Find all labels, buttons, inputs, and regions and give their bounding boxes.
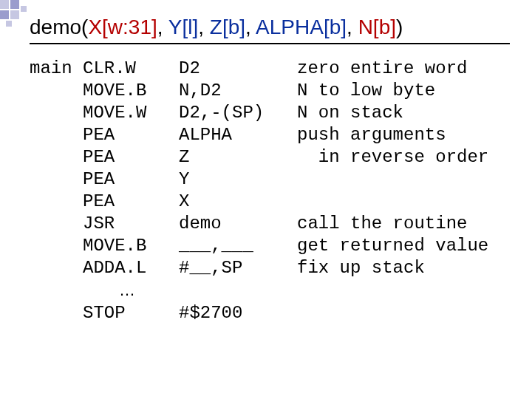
code-op: PEA [83,146,179,168]
code-arg: ALPHA [179,124,297,146]
title-param: Y[l] [168,16,198,38]
code-label: main [30,58,83,80]
code-line: MOVE.B___,___get returned value [30,235,488,257]
code-op: JSR [83,213,179,235]
code-arg: #$2700 [179,302,297,324]
code-arg: ___,___ [179,235,297,257]
slide: demo(X[w:31], Y[l], Z[b], ALPHA[b], N[b]… [0,0,532,399]
code-listing: mainCLR.WD2zero entire wordMOVE.BN,D2N t… [30,58,488,324]
code-comment: push arguments [297,124,446,146]
code-line: MOVE.WD2,-(SP)N on stack [30,102,488,124]
code-line: PEAX [30,191,488,213]
slide-title: demo(X[w:31], Y[l], Z[b], ALPHA[b], N[b]… [30,15,510,44]
title-param: Z[b] [210,16,245,38]
code-arg: D2 [179,58,297,80]
title-sep: , [198,16,210,38]
title-suffix: ) [396,16,403,38]
code-line: PEAY [30,168,488,191]
code-line: MOVE.BN,D2N to low byte [30,80,488,102]
code-comment: call the routine [297,213,467,235]
code-op: CLR.W [83,58,179,80]
code-op: MOVE.B [83,80,179,102]
code-arg: Y [179,168,297,191]
code-op: PEA [83,124,179,146]
code-op: PEA [83,191,179,213]
code-line: JSRdemocall the routine [30,213,488,235]
code-comment: in reverse order [297,146,488,168]
code-comment: N on stack [297,102,403,124]
code-arg: #__,SP [179,257,297,279]
code-arg: demo [179,213,297,235]
title-param: X[w:31] [88,16,157,38]
code-line: mainCLR.WD2zero entire word [30,58,488,80]
code-line: STOP#$2700 [30,302,488,324]
code-line: PEAALPHApush arguments [30,124,488,146]
code-op: MOVE.B [83,235,179,257]
code-line: ADDA.L#__,SPfix up stack [30,257,488,279]
code-ellipsis: … [83,279,179,302]
code-line: PEAZ in reverse order [30,146,488,168]
title-param: N[b] [358,16,396,38]
code-op: ADDA.L [83,257,179,279]
code-comment: N to low byte [297,80,435,102]
code-arg: D2,-(SP) [179,102,297,124]
title-params: X[w:31], Y[l], Z[b], ALPHA[b], N[b] [88,16,396,38]
title-sep: , [347,16,358,38]
title-prefix: demo( [30,16,88,38]
title-sep: , [157,16,168,38]
title-sep: , [245,16,256,38]
code-arg: Z [179,146,297,168]
code-op: PEA [83,168,179,191]
code-op: MOVE.W [83,102,179,124]
code-arg: N,D2 [179,80,297,102]
code-arg: X [179,191,297,213]
code-op: STOP [83,302,179,324]
code-comment: fix up stack [297,257,425,279]
title-param: ALPHA[b] [256,16,347,38]
code-comment: get returned value [297,235,488,257]
code-comment: zero entire word [297,58,467,80]
code-line: … [30,279,488,302]
